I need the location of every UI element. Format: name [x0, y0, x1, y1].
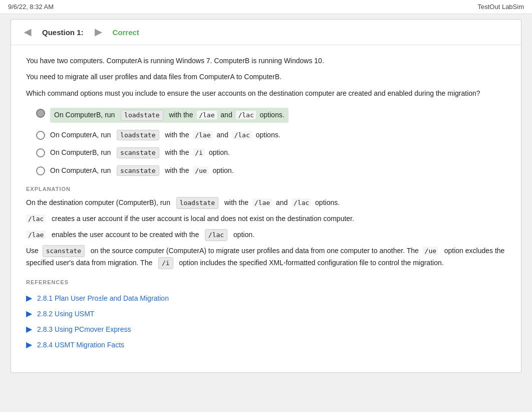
- reference-text-1: 2.8.1 Plan User Pro±le and Data Migratio…: [37, 294, 169, 302]
- option-1[interactable]: On ComputerB, run loadstate with the /la…: [36, 108, 506, 123]
- next-arrow[interactable]: ▶: [92, 26, 105, 39]
- prev-arrow[interactable]: ◀: [21, 26, 34, 39]
- option-text-1: On ComputerB, run loadstate with the /la…: [50, 108, 289, 123]
- radio-3[interactable]: [36, 148, 45, 157]
- references-list: ▶ 2.8.1 Plan User Pro±le and Data Migrat…: [26, 290, 506, 352]
- datetime-label: 9/6/22, 8:32 AM: [8, 3, 54, 11]
- reference-item-4[interactable]: ▶ 2.8.4 USMT Migration Facts: [26, 337, 506, 352]
- reference-item-3[interactable]: ▶ 2.8.3 Using PCmover Express: [26, 321, 506, 337]
- radio-4[interactable]: [36, 166, 45, 175]
- reference-item-2[interactable]: ▶ 2.8.2 Using USMT: [26, 306, 506, 321]
- main-container: ◀ Question 1: ▶ Correct You have two com…: [11, 19, 521, 373]
- top-bar: 9/6/22, 8:32 AM TestOut LabSim: [0, 0, 532, 14]
- option-2[interactable]: On ComputerA, run loadstate with the /la…: [36, 130, 506, 141]
- option-3[interactable]: On ComputerB, run scanstate with the /i …: [36, 147, 506, 158]
- references-label: REFERENCES: [26, 279, 506, 285]
- option-text-4: On ComputerA, run scanstate with the /ue…: [50, 165, 234, 176]
- reference-text-2: 2.8.2 Using USMT: [37, 310, 94, 318]
- reference-icon-3: ▶: [26, 324, 32, 334]
- reference-item-1[interactable]: ▶ 2.8.1 Plan User Pro±le and Data Migrat…: [26, 290, 506, 306]
- reference-icon-1: ▶: [26, 293, 32, 303]
- content-area: You have two computers. ComputerA is run…: [11, 45, 521, 362]
- question-label: Question 1:: [42, 28, 84, 37]
- explanation-para-2: /lac creates a user account if the user …: [26, 213, 506, 225]
- reference-icon-4: ▶: [26, 340, 32, 349]
- explanation-para-1: On the destination computer (ComputerB),…: [26, 197, 506, 209]
- reference-icon-2: ▶: [26, 309, 32, 318]
- reference-text-3: 2.8.3 Using PCmover Express: [37, 325, 131, 333]
- radio-2[interactable]: [36, 131, 45, 140]
- question-text-1: You have two computers. ComputerA is run…: [26, 55, 506, 66]
- question-text-3: Which command options must you include t…: [26, 88, 506, 99]
- reference-text-4: 2.8.4 USMT Migration Facts: [37, 341, 124, 349]
- explanation-para-4: Use scanstate on the source computer (Co…: [26, 245, 506, 269]
- option-4[interactable]: On ComputerA, run scanstate with the /ue…: [36, 165, 506, 176]
- radio-1[interactable]: [36, 109, 45, 118]
- explanation-para-3: /lae enables the user account to be crea…: [26, 229, 506, 241]
- question-header: ◀ Question 1: ▶ Correct: [11, 20, 521, 45]
- options-list: On ComputerB, run loadstate with the /la…: [36, 108, 506, 176]
- app-name-label: TestOut LabSim: [478, 3, 524, 11]
- status-badge: Correct: [113, 28, 139, 37]
- explanation-label: EXPLANATION: [26, 186, 506, 192]
- question-text-2: You need to migrate all user profiles an…: [26, 71, 506, 82]
- option-text-2: On ComputerA, run loadstate with the /la…: [50, 130, 281, 141]
- option-text-3: On ComputerB, run scanstate with the /i …: [50, 147, 230, 158]
